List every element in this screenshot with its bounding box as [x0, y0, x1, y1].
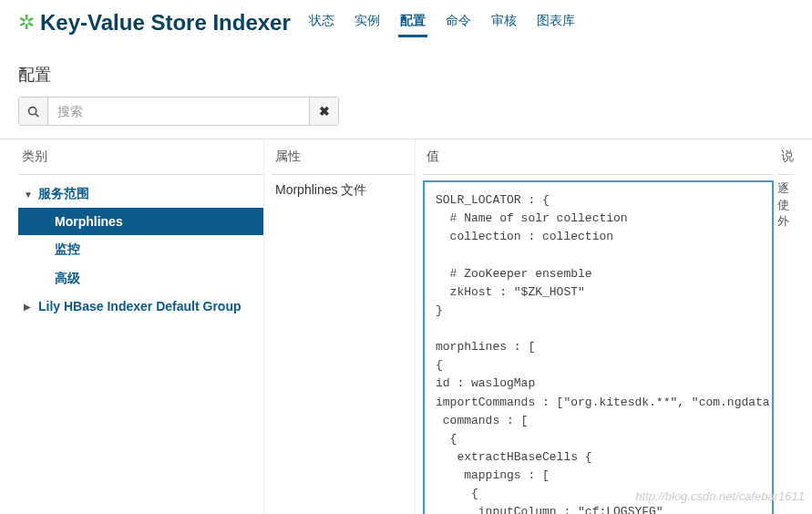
tree-item-morphlines[interactable]: Morphlines [18, 208, 263, 235]
tab-commands[interactable]: 命令 [444, 7, 473, 37]
search-clear-button[interactable]: ✖ [309, 98, 338, 125]
tab-audit[interactable]: 审核 [489, 7, 519, 37]
tree-group-service-scope[interactable]: ▼ 服务范围 [18, 180, 263, 208]
value-header: 值 [423, 149, 774, 175]
category-header: 类别 [18, 149, 263, 175]
app-title: Key-Value Store Indexer [40, 10, 291, 36]
tab-instances[interactable]: 实例 [353, 7, 382, 37]
description-preview: 逐 使 外 [777, 175, 794, 231]
search-input[interactable] [48, 98, 309, 125]
search-box: ✖ [18, 97, 339, 126]
page-title: 配置 [0, 47, 812, 97]
tab-charts[interactable]: 图表库 [535, 7, 577, 37]
tree-item-monitoring[interactable]: 监控 [18, 235, 263, 264]
tree-group-label: Lily HBase Indexer Default Group [38, 299, 242, 314]
caret-down-icon: ▼ [24, 190, 35, 200]
caret-right-icon: ▶ [24, 302, 35, 312]
tree-group-label: 服务范围 [38, 186, 89, 202]
editor-container [423, 175, 774, 514]
category-tree: ▼ 服务范围 Morphlines 监控 高级 ▶ Lily HBase Ind… [18, 175, 263, 319]
property-column: 属性 Morphlines 文件 [264, 139, 416, 514]
value-column: 值 [416, 139, 774, 514]
svg-line-1 [36, 113, 38, 116]
morphlines-editor[interactable] [423, 180, 774, 514]
search-icon[interactable] [19, 98, 48, 125]
tab-bar: 状态 实例 配置 命令 审核 图表库 [307, 7, 577, 37]
description-header: 说 [777, 149, 794, 175]
search-container: ✖ [0, 97, 812, 139]
category-column: 类别 ▼ 服务范围 Morphlines 监控 高级 ▶ Lily HBase … [18, 139, 264, 514]
config-columns: 类别 ▼ 服务范围 Morphlines 监控 高级 ▶ Lily HBase … [0, 139, 812, 514]
property-header: 属性 [272, 149, 415, 175]
tree-item-advanced[interactable]: 高级 [18, 264, 263, 293]
tab-status[interactable]: 状态 [307, 7, 336, 37]
tree-group-lily-hbase[interactable]: ▶ Lily HBase Indexer Default Group [18, 293, 263, 319]
property-label: Morphlines 文件 [272, 175, 415, 206]
gear-cluster-icon: ✲ [18, 11, 35, 35]
svg-point-0 [29, 107, 36, 114]
tab-config[interactable]: 配置 [398, 7, 427, 37]
description-column: 说 逐 使 外 [774, 139, 794, 514]
app-header: ✲ Key-Value Store Indexer 状态 实例 配置 命令 审核… [0, 0, 812, 47]
